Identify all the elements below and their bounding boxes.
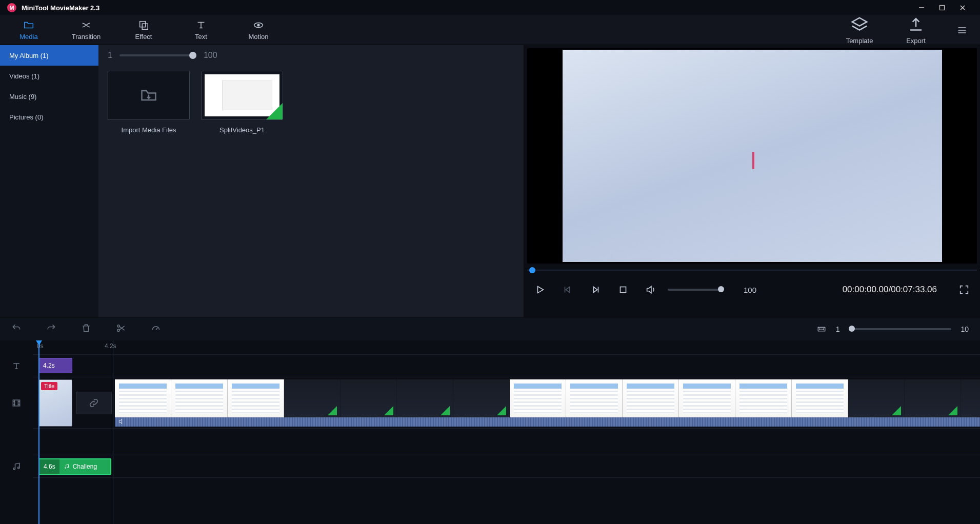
tab-effect[interactable]: Effect: [115, 15, 172, 45]
media-item-splitvideos[interactable]: SplitVideos_P1: [201, 71, 283, 134]
sidebar-item-label: My Album (1): [9, 52, 49, 59]
media-item-thumb[interactable]: [201, 71, 283, 120]
tab-motion[interactable]: Motion: [230, 15, 287, 45]
split-button[interactable]: [116, 323, 126, 335]
hamburger-icon: [955, 25, 969, 35]
time-ruler[interactable]: 0s 4.2s: [33, 340, 980, 355]
tab-text-label: Text: [195, 33, 207, 41]
music-icon: [11, 461, 22, 472]
effect-icon: [138, 19, 149, 31]
preview-frame: [563, 50, 942, 262]
sidebar-item-label: Pictures (0): [9, 113, 43, 121]
fullscreen-button[interactable]: [957, 283, 971, 296]
export-button[interactable]: Export: [888, 15, 944, 45]
video-clip[interactable]: [115, 379, 980, 417]
sidebar-item-pictures[interactable]: Pictures (0): [0, 107, 98, 127]
text-icon: [195, 19, 207, 31]
import-media-card[interactable]: Import Media Files: [108, 71, 190, 134]
export-icon: [906, 15, 926, 35]
transition-slot[interactable]: [76, 392, 112, 414]
next-frame-button[interactable]: [589, 283, 602, 296]
svg-rect-5: [621, 287, 626, 293]
timeline-body[interactable]: 0s 4.2s 4.2s Title 4.6s: [33, 340, 980, 524]
template-button[interactable]: Template: [831, 15, 888, 45]
template-label: Template: [846, 37, 873, 45]
slider-knob[interactable]: [849, 326, 855, 332]
timeline-zoom-max: 10: [961, 325, 969, 333]
hamburger-menu-button[interactable]: [944, 15, 980, 45]
scissors-icon: [116, 323, 126, 333]
timeline-zoom-min: 1: [836, 325, 840, 333]
title-track[interactable]: 4.2s: [33, 355, 980, 377]
video-audio-wave[interactable]: [115, 417, 980, 427]
import-media-thumb[interactable]: [108, 71, 190, 120]
stop-button[interactable]: [616, 283, 630, 296]
maximize-button[interactable]: [932, 0, 952, 15]
undo-icon: [11, 323, 22, 333]
video-track[interactable]: Title: [33, 377, 980, 429]
export-label: Export: [906, 37, 926, 45]
music-note-icon: [64, 463, 70, 470]
preview-viewport[interactable]: [527, 48, 977, 264]
spacer-track: [33, 429, 980, 455]
fit-icon: [816, 325, 827, 334]
sidebar-item-videos[interactable]: Videos (1): [0, 66, 98, 86]
preview-controls: 100 00:00:00.00/00:07:33.06: [524, 274, 980, 306]
svg-rect-9: [13, 400, 19, 406]
timeline-zoom-slider[interactable]: [849, 328, 951, 330]
tab-media[interactable]: Media: [0, 15, 57, 45]
preview-scrubber[interactable]: [527, 267, 977, 274]
app-logo-icon: M: [7, 3, 16, 12]
intro-clip[interactable]: Title: [38, 379, 72, 427]
prev-frame-button[interactable]: [561, 283, 574, 296]
top-toolbar: Media Transition Effect Text Motion Temp…: [0, 15, 980, 45]
film-icon: [11, 398, 22, 408]
music-clip[interactable]: 4.6s Challeng: [38, 458, 111, 475]
tab-motion-label: Motion: [248, 33, 268, 41]
volume-slider[interactable]: [668, 289, 724, 291]
cursor-line: [113, 340, 113, 524]
playhead[interactable]: [38, 340, 39, 524]
title-clip-duration: 4.2s: [43, 362, 55, 369]
timecode: 00:00:00.00/00:07:33.06: [843, 285, 937, 295]
delete-button[interactable]: [81, 323, 91, 335]
text-track-header[interactable]: [0, 355, 33, 377]
svg-point-12: [65, 468, 66, 469]
tab-media-label: Media: [19, 33, 37, 41]
video-track-header[interactable]: [0, 377, 33, 429]
minimize-button[interactable]: [911, 0, 932, 15]
media-sidebar: My Album (1) Videos (1) Music (9) Pictur…: [0, 45, 98, 317]
thumb-zoom-slider[interactable]: [119, 54, 196, 56]
folder-download-icon: [139, 86, 158, 105]
spacer-track-header: [0, 429, 33, 455]
scrubber-knob[interactable]: [529, 267, 535, 273]
music-track[interactable]: 4.6s Challeng: [33, 455, 980, 478]
ruler-header: [0, 340, 33, 355]
redo-button[interactable]: [46, 323, 56, 335]
slider-knob[interactable]: [189, 52, 196, 59]
tab-transition[interactable]: Transition: [57, 15, 115, 45]
volume-button[interactable]: [644, 283, 657, 296]
volume-icon: [645, 284, 656, 295]
volume-value: 100: [744, 286, 756, 294]
prev-frame-icon: [562, 284, 573, 295]
close-button[interactable]: [952, 0, 973, 15]
slider-knob[interactable]: [718, 286, 724, 292]
folder-icon: [23, 19, 34, 31]
svg-rect-2: [142, 24, 148, 29]
undo-button[interactable]: [11, 323, 22, 335]
sidebar-item-my-album[interactable]: My Album (1): [0, 45, 98, 66]
play-button[interactable]: [533, 283, 547, 296]
tab-text[interactable]: Text: [172, 15, 230, 45]
ruler-tick: 4.2s: [105, 342, 116, 350]
title-clip[interactable]: 4.2s: [38, 358, 72, 373]
template-icon: [850, 15, 869, 35]
preview-panel: 100 00:00:00.00/00:07:33.06: [524, 45, 980, 317]
music-clip-name: Challeng: [59, 463, 110, 470]
music-track-header[interactable]: [0, 455, 33, 478]
sidebar-item-music[interactable]: Music (9): [0, 86, 98, 107]
redo-icon: [46, 323, 56, 333]
clip-volume-icon: [118, 418, 125, 427]
track-headers: [0, 340, 33, 524]
speed-button[interactable]: [151, 323, 161, 335]
